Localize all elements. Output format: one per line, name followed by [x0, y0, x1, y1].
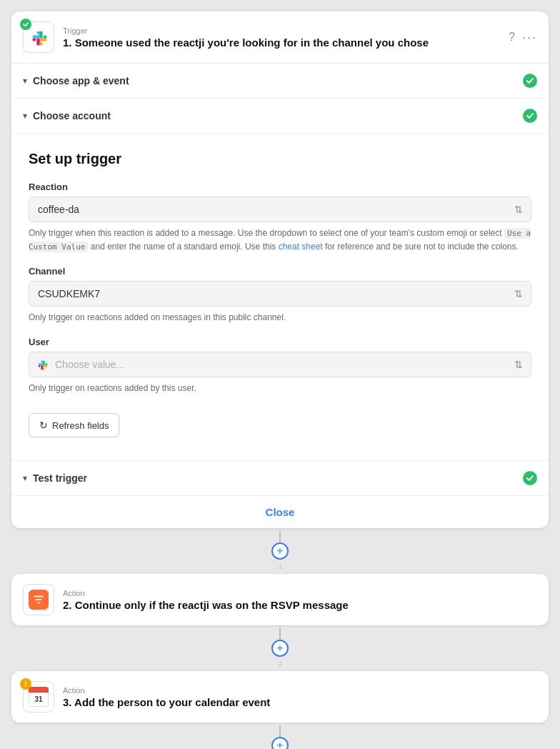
test-trigger-section[interactable]: ▾ Test trigger	[11, 460, 549, 495]
action-2-label: Action	[63, 686, 270, 695]
choose-app-section[interactable]: ▾ Choose app & event	[11, 64, 549, 99]
trigger-label: Trigger	[63, 26, 500, 35]
setup-title: Set up trigger	[29, 151, 531, 167]
filter-icon	[29, 590, 49, 610]
reaction-label: Reaction	[29, 182, 531, 192]
reaction-hint-text1: Only trigger when this reaction is added…	[29, 228, 504, 238]
reaction-select-wrapper: coffee-da	[29, 197, 531, 222]
reaction-hint-text3: for reference and be sure not to include…	[323, 242, 519, 252]
connector-1: + ↓	[271, 528, 289, 574]
choose-account-label: Choose account	[33, 110, 523, 121]
action-2-title: 3. Add the person to your calendar event	[63, 696, 270, 708]
action-2-icon-wrap: ! 31	[23, 681, 54, 713]
trigger-check-badge	[20, 19, 31, 30]
check-icon	[525, 111, 535, 121]
bottom-connector: +	[271, 723, 289, 749]
close-row: Close	[11, 495, 549, 528]
add-step-button-3[interactable]: +	[271, 737, 289, 749]
reaction-hint: Only trigger when this reaction is added…	[29, 227, 531, 253]
workflow-container: Trigger 1. Someone used the reactji you'…	[11, 11, 549, 749]
cheat-sheet-link[interactable]: cheat sheet	[279, 242, 323, 252]
check-icon	[22, 21, 29, 28]
warning-badge: !	[20, 678, 31, 690]
more-icon[interactable]: ···	[522, 30, 537, 45]
trigger-actions: ? ···	[509, 30, 537, 45]
action-1-title: 2. Continue only if the reactji was on t…	[63, 599, 349, 611]
channel-select-wrapper: CSUDKEMK7	[29, 281, 531, 307]
action-card-2[interactable]: ! 31 Action 3. Add the person to your ca…	[11, 671, 549, 723]
user-field-group: User Choose value...	[29, 337, 531, 395]
filter-svg-icon	[32, 593, 45, 606]
connector-line	[279, 725, 281, 737]
refresh-icon: ↻	[39, 420, 48, 431]
action-1-icon-wrap	[23, 584, 54, 615]
close-button[interactable]: Close	[266, 506, 295, 518]
add-step-button-2[interactable]: +	[271, 640, 289, 657]
arrow-down-icon: ↓	[277, 657, 283, 668]
reaction-select[interactable]: coffee-da	[29, 197, 531, 222]
action-1-text-group: Action 2. Continue only if the reactji w…	[63, 589, 349, 611]
channel-field-group: Channel CSUDKEMK7 Only trigger on reacti…	[29, 266, 531, 324]
trigger-card: Trigger 1. Someone used the reactji you'…	[11, 11, 549, 528]
action-1-label: Action	[63, 589, 349, 597]
check-icon	[525, 76, 535, 86]
reaction-hint-text2: and enter the name of a standard emoji. …	[88, 242, 278, 252]
choose-app-check	[523, 74, 537, 88]
reaction-field-group: Reaction coffee-da Only trigger when thi…	[29, 182, 531, 253]
choose-account-check	[523, 109, 537, 123]
user-hint: Only trigger on reactions added by this …	[29, 382, 531, 395]
action-2-text-group: Action 3. Add the person to your calenda…	[63, 686, 270, 708]
refresh-fields-button[interactable]: ↻ Refresh fields	[29, 413, 119, 437]
test-trigger-check	[523, 471, 537, 485]
user-label: User	[29, 337, 531, 347]
trigger-icon-wrap	[23, 21, 54, 53]
setup-trigger-panel: Set up trigger Reaction coffee-da Only t…	[11, 134, 549, 460]
calendar-body: 31	[29, 693, 49, 707]
add-step-button-1[interactable]: +	[271, 542, 289, 560]
chevron-down-icon: ▾	[23, 473, 27, 483]
calendar-number: 31	[34, 695, 42, 703]
trigger-header: Trigger 1. Someone used the reactji you'…	[11, 11, 549, 64]
calendar-icon: 31	[29, 687, 49, 707]
choose-app-label: Choose app & event	[33, 75, 523, 86]
channel-select[interactable]: CSUDKEMK7	[29, 281, 531, 307]
help-icon[interactable]: ?	[509, 31, 515, 44]
chevron-down-icon: ▾	[23, 76, 27, 86]
connector-line	[279, 628, 281, 640]
slack-mini-icon	[36, 358, 49, 371]
test-trigger-label: Test trigger	[33, 472, 523, 484]
user-select-wrapper: Choose value... ⇅	[29, 352, 531, 377]
choose-account-section[interactable]: ▾ Choose account	[11, 99, 549, 134]
action-card-1[interactable]: Action 2. Continue only if the reactji w…	[11, 574, 549, 625]
slack-icon	[29, 27, 49, 47]
chevron-down-icon: ▾	[23, 111, 27, 121]
calendar-header	[29, 687, 49, 693]
refresh-fields-label: Refresh fields	[52, 420, 109, 431]
check-icon	[525, 473, 535, 483]
channel-label: Channel	[29, 266, 531, 277]
user-select[interactable]: Choose value...	[29, 352, 531, 377]
connector-2: + ↓	[271, 625, 289, 671]
trigger-title: 1. Someone used the reactji you're looki…	[63, 36, 500, 49]
channel-hint: Only trigger on reactions added on messa…	[29, 311, 531, 324]
connector-line	[279, 531, 281, 542]
trigger-title-group: Trigger 1. Someone used the reactji you'…	[63, 26, 500, 49]
arrow-down-icon: ↓	[277, 560, 283, 571]
